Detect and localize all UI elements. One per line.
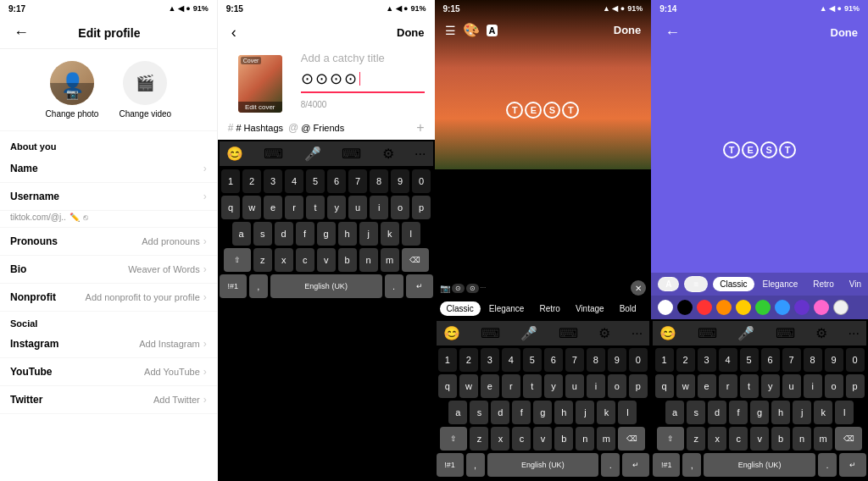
key-space-3[interactable]: English (UK) (487, 453, 599, 477)
key-period-4[interactable]: . (818, 453, 837, 477)
key-6-3[interactable]: 6 (544, 348, 563, 372)
key-1-4[interactable]: 1 (655, 348, 674, 372)
emoji-icon-3[interactable]: 😊 (443, 325, 460, 341)
settings-icon-2[interactable]: ⚙ (382, 146, 394, 162)
key-4-2[interactable]: 4 (285, 169, 303, 193)
key-x-2[interactable]: x (275, 248, 293, 272)
key-n-2[interactable]: n (359, 248, 378, 272)
key-y-3[interactable]: y (544, 374, 563, 398)
key-u-3[interactable]: u (565, 374, 584, 398)
key-m-2[interactable]: m (381, 248, 399, 272)
key-5-4[interactable]: 5 (740, 348, 759, 372)
key-s-2[interactable]: s (253, 222, 272, 246)
key-9-2[interactable]: 9 (391, 169, 409, 193)
key-i-4[interactable]: i (804, 374, 822, 398)
youtube-row[interactable]: YouTube Add YouTube › (0, 358, 217, 386)
emoji-icon-2[interactable]: 😊 (226, 146, 243, 162)
key-7-2[interactable]: 7 (348, 169, 367, 193)
key-g-3[interactable]: g (533, 401, 552, 424)
key-z-3[interactable]: z (470, 427, 488, 451)
back-button-2[interactable]: ‹ (228, 22, 240, 43)
key-k-3[interactable]: k (597, 401, 615, 424)
back-button-1[interactable]: ← (10, 22, 32, 43)
key-c-4[interactable]: c (729, 427, 748, 451)
key-3-4[interactable]: 3 (698, 348, 716, 372)
instagram-row[interactable]: Instagram Add Instagram › (0, 330, 217, 358)
key-h-3[interactable]: h (554, 401, 573, 424)
change-video-wrap[interactable]: 🎬 Change video (119, 61, 171, 119)
key-h-4[interactable]: h (771, 401, 790, 424)
key-8-2[interactable]: 8 (370, 169, 388, 193)
color-red[interactable] (697, 300, 712, 315)
font-a-icon[interactable]: A (487, 25, 498, 36)
more-icon-2[interactable]: ··· (415, 147, 426, 162)
key-4-3[interactable]: 4 (502, 348, 520, 372)
key-q-2[interactable]: q (221, 196, 240, 219)
key-8-3[interactable]: 8 (587, 348, 605, 372)
key-u-4[interactable]: u (782, 374, 801, 398)
key-q-4[interactable]: q (655, 374, 674, 398)
twitter-row[interactable]: Twitter Add Twitter › (0, 386, 217, 414)
keyboard-icon-4[interactable]: ⌨ (698, 325, 717, 341)
color-green[interactable] (755, 300, 771, 315)
key-shift-2[interactable]: ⇧ (224, 248, 251, 272)
key-k-4[interactable]: k (814, 401, 832, 424)
key-r-4[interactable]: r (719, 374, 737, 398)
key-w-3[interactable]: w (459, 374, 478, 398)
key-special-2[interactable]: !#1 (220, 274, 247, 298)
key-enter-3[interactable]: ↵ (622, 453, 649, 477)
key-2-4[interactable]: 2 (676, 348, 695, 372)
font-bold-3[interactable]: Bold (613, 301, 643, 316)
key-i-2[interactable]: i (370, 196, 388, 219)
key-0-3[interactable]: 0 (629, 348, 648, 372)
hashtags-button[interactable]: # # Hashtags (228, 119, 283, 136)
key-period-2[interactable]: . (385, 274, 403, 298)
done-button-3[interactable]: Done (614, 24, 642, 36)
change-photo-wrap[interactable]: 👤 📷 Change photo (46, 61, 99, 119)
key-space-2[interactable]: English (UK) (270, 274, 382, 298)
key-s-4[interactable]: s (687, 401, 705, 424)
sticker-icon-2[interactable]: ⌨ (342, 146, 361, 162)
color-purple[interactable] (794, 300, 810, 315)
key-o-3[interactable]: o (608, 374, 626, 398)
emoji-icon-4[interactable]: 😊 (659, 325, 676, 341)
key-m-4[interactable]: m (814, 427, 832, 451)
color-yellow[interactable] (736, 300, 751, 315)
key-e-2[interactable]: e (264, 196, 282, 219)
key-p-2[interactable]: p (412, 196, 431, 219)
menu-icon[interactable]: ☰ (445, 24, 456, 37)
key-delete-2[interactable]: ⌫ (402, 248, 429, 272)
pronouns-row[interactable]: Pronouns Add pronouns › (0, 228, 217, 256)
key-f-2[interactable]: f (296, 222, 314, 246)
key-n-4[interactable]: n (793, 427, 811, 451)
key-5-2[interactable]: 5 (306, 169, 325, 193)
key-e-3[interactable]: e (481, 374, 499, 398)
friends-button[interactable]: @ @ Friends (288, 119, 344, 136)
color-white[interactable] (658, 300, 673, 315)
key-r-2[interactable]: r (285, 196, 303, 219)
key-delete-4[interactable]: ⌫ (835, 427, 862, 451)
nonprofit-row[interactable]: Nonprofit Add nonprofit to your profile … (0, 284, 217, 312)
key-z-2[interactable]: z (253, 248, 272, 272)
key-l-4[interactable]: l (835, 401, 854, 424)
key-6-2[interactable]: 6 (327, 169, 346, 193)
font-vint-4[interactable]: Vint (843, 277, 861, 291)
done-button-4[interactable]: Done (831, 26, 859, 39)
key-5-3[interactable]: 5 (523, 348, 542, 372)
key-x-3[interactable]: x (491, 427, 509, 451)
key-comma-4[interactable]: , (682, 453, 701, 477)
font-retro-4[interactable]: Retro (806, 277, 840, 291)
more-icon-3[interactable]: ··· (632, 326, 643, 341)
key-a-2[interactable]: a (232, 222, 251, 246)
mic-icon-3[interactable]: 🎤 (520, 325, 537, 341)
key-3-2[interactable]: 3 (264, 169, 282, 193)
font-elegance-4[interactable]: Elegance (756, 277, 805, 291)
key-d-3[interactable]: d (491, 401, 509, 424)
key-enter-2[interactable]: ↵ (406, 274, 433, 298)
color-black[interactable] (677, 300, 693, 315)
key-y-2[interactable]: y (327, 196, 346, 219)
key-7-3[interactable]: 7 (565, 348, 584, 372)
key-v-4[interactable]: v (750, 427, 769, 451)
close-keyboard-3[interactable]: ✕ (631, 280, 646, 296)
font-classic-3[interactable]: Classic (440, 301, 481, 316)
